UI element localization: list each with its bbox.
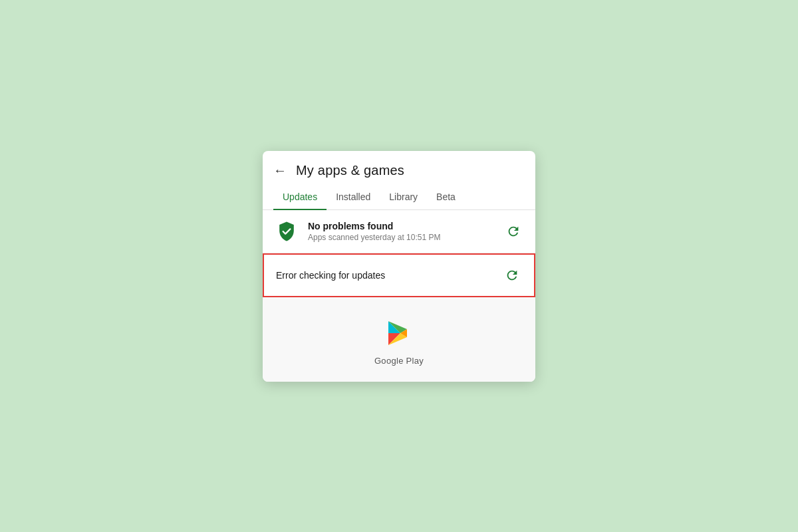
refresh-error-icon xyxy=(505,268,519,283)
back-icon: ← xyxy=(273,163,287,178)
tab-updates[interactable]: Updates xyxy=(273,185,327,210)
no-problems-title: No problems found xyxy=(308,221,503,231)
refresh-error-button[interactable] xyxy=(502,265,522,285)
tab-installed[interactable]: Installed xyxy=(327,185,380,210)
google-play-logo xyxy=(382,316,416,350)
main-card: ← My apps & games Updates Installed Libr… xyxy=(263,151,535,382)
page-title: My apps & games xyxy=(296,163,404,178)
no-problems-subtitle: Apps scanned yesterday at 10:51 PM xyxy=(308,233,503,242)
error-text: Error checking for updates xyxy=(276,270,502,281)
shield-check-icon xyxy=(275,219,299,243)
no-problems-text: No problems found Apps scanned yesterday… xyxy=(308,221,503,242)
back-button[interactable]: ← xyxy=(273,163,287,178)
tab-beta[interactable]: Beta xyxy=(427,185,465,210)
refresh-no-problems-button[interactable] xyxy=(503,221,523,241)
refresh-icon xyxy=(506,224,521,239)
no-problems-section: No problems found Apps scanned yesterday… xyxy=(263,210,535,253)
google-play-label: Google Play xyxy=(374,356,424,366)
error-section: Error checking for updates xyxy=(263,253,535,297)
google-play-footer: Google Play xyxy=(263,297,535,382)
header: ← My apps & games xyxy=(263,151,535,185)
tab-library[interactable]: Library xyxy=(380,185,427,210)
tabs-bar: Updates Installed Library Beta xyxy=(263,185,535,210)
